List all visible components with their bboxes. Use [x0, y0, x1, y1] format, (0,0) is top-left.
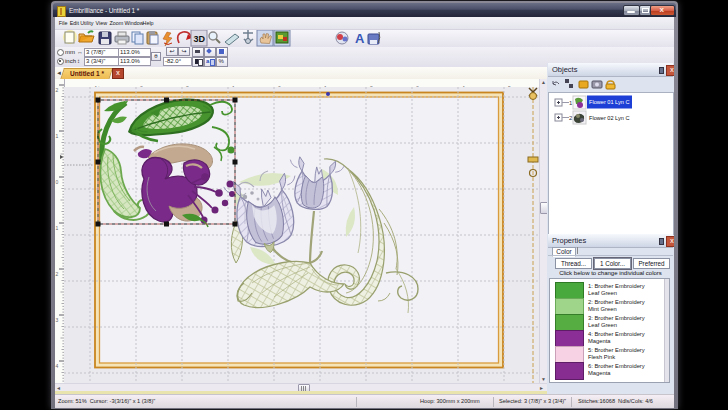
svg-text:2: 2 — [56, 87, 59, 93]
svg-text:3: 3 — [56, 317, 59, 323]
svg-text:1: 1 — [56, 225, 59, 231]
svg-text:1: 1 — [56, 133, 59, 139]
svg-text:1: 1 — [569, 100, 573, 106]
svg-text:0: 0 — [56, 179, 59, 185]
svg-text:4: 4 — [56, 363, 59, 369]
svg-text:A: A — [355, 31, 365, 46]
svg-text:Flower 02 Lyn C: Flower 02 Lyn C — [589, 115, 630, 121]
svg-text:Flower 01 Lyn C: Flower 01 Lyn C — [589, 99, 630, 105]
svg-text:2: 2 — [56, 271, 59, 277]
svg-text:3D: 3D — [194, 34, 206, 44]
svg-text:2: 2 — [569, 115, 573, 121]
